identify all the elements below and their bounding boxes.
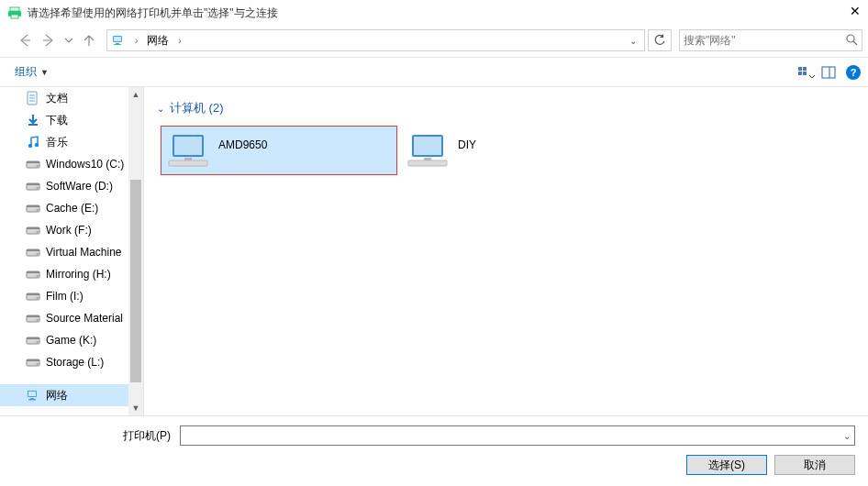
download-icon [26, 113, 40, 127]
chevron-down-icon: ⌄ [157, 104, 164, 114]
tree-item[interactable]: Cache (E:) [0, 197, 143, 219]
scroll-up-button[interactable]: ▲ [128, 87, 143, 102]
tree-item[interactable]: Storage (L:) [0, 351, 143, 373]
refresh-button[interactable] [648, 29, 672, 51]
drive-icon [26, 355, 40, 370]
svg-rect-14 [803, 72, 807, 75]
tree-item-label: 网络 [46, 388, 68, 403]
address-dropdown-button[interactable]: ⌄ [624, 36, 642, 46]
chevron-down-icon: ▼ [40, 68, 49, 77]
svg-line-10 [853, 41, 857, 45]
drive-icon [26, 179, 40, 193]
tree-item-label: SoftWare (D:) [46, 180, 113, 193]
tree-item[interactable]: Work (F:) [0, 219, 143, 241]
svg-rect-11 [798, 67, 802, 71]
preview-pane-button[interactable] [817, 61, 840, 83]
recent-locations-button[interactable] [62, 30, 75, 50]
tree-item-label: Storage (L:) [46, 356, 104, 369]
group-header-computers[interactable]: ⌄ 计算机 (2) [153, 96, 859, 126]
chevron-right-icon[interactable]: › [129, 36, 143, 46]
tree-item[interactable]: 音乐 [0, 131, 143, 153]
breadcrumb-network[interactable]: 网络 [143, 33, 172, 49]
music-icon [26, 135, 40, 149]
tree-item-label: 音乐 [46, 135, 68, 150]
svg-point-9 [847, 35, 854, 42]
svg-rect-15 [822, 67, 835, 78]
tree-item[interactable]: Game (K:) [0, 329, 143, 351]
printer-icon [7, 6, 22, 20]
svg-rect-13 [798, 72, 802, 75]
back-button[interactable] [15, 30, 35, 50]
svg-rect-12 [803, 67, 807, 71]
svg-rect-6 [114, 37, 121, 41]
tree-item[interactable]: 网络 [0, 384, 143, 406]
search-icon [845, 33, 858, 49]
tree-item-label: Film (I:) [46, 290, 83, 303]
printer-combobox[interactable]: ⌄ [180, 425, 855, 446]
tree-item-label: Source Material [46, 312, 123, 325]
tree-item-label: Work (F:) [46, 224, 92, 237]
tree-item[interactable]: Source Material [0, 307, 143, 329]
drive-icon [26, 333, 40, 348]
computer-name: DIY [458, 138, 476, 162]
cancel-button[interactable]: 取消 [774, 455, 855, 475]
drive-icon [26, 311, 40, 326]
content-pane: ⌄ 计算机 (2) AMD9650DIY [144, 87, 868, 415]
computer-name: AMD9650 [218, 138, 267, 162]
computer-icon [169, 132, 207, 169]
svg-rect-7 [116, 43, 119, 44]
forward-button[interactable] [39, 30, 59, 50]
tree-item-label: Cache (E:) [46, 202, 98, 215]
computer-item[interactable]: DIY [401, 126, 638, 175]
tree-item-label: 下载 [46, 113, 68, 128]
drive-icon [26, 289, 40, 304]
tree-item[interactable]: Windows10 (C:) [0, 153, 143, 175]
command-bar: 组织 ▼ ? [0, 58, 868, 87]
tree-item-label: Game (K:) [46, 334, 96, 347]
tree-item-label: Mirroring (H:) [46, 268, 111, 281]
computer-item[interactable]: AMD9650 [161, 126, 397, 175]
tree-item[interactable]: Mirroring (H:) [0, 263, 143, 285]
body-split: 文档下载音乐Windows10 (C:)SoftWare (D:)Cache (… [0, 87, 868, 416]
help-button[interactable]: ? [846, 65, 861, 80]
tree-item[interactable]: 下载 [0, 109, 143, 131]
view-options-button[interactable] [793, 61, 817, 83]
scroll-thumb[interactable] [130, 180, 141, 383]
title-bar: 请选择希望使用的网络打印机并单击"选择"与之连接 ✕ [0, 0, 868, 26]
navigation-bar: › 网络 › ⌄ 搜索"网络" [0, 26, 868, 57]
network-icon [109, 31, 128, 50]
organize-label: 组织 [15, 64, 37, 80]
close-button[interactable]: ✕ [833, 4, 861, 22]
search-placeholder: 搜索"网络" [684, 33, 845, 49]
bottom-panel: 打印机(P) ⌄ 选择(S) 取消 [0, 416, 868, 486]
group-label: 计算机 (2) [170, 100, 224, 116]
computer-icon [408, 132, 447, 169]
tree-item-label: Virtual Machine [46, 246, 122, 259]
tree-item-label: Windows10 (C:) [46, 158, 124, 171]
scroll-down-button[interactable]: ▼ [128, 401, 143, 415]
tree-item[interactable]: Film (I:) [0, 285, 143, 307]
chevron-right-icon[interactable]: › [172, 36, 186, 46]
sidebar-scrollbar[interactable]: ▲ ▼ [128, 87, 143, 415]
drive-icon [26, 157, 40, 171]
up-button[interactable] [79, 30, 99, 50]
svg-rect-2 [11, 15, 18, 18]
tree-item-label: 文档 [46, 91, 68, 106]
drive-icon [26, 245, 40, 260]
drive-icon [26, 267, 40, 282]
network-icon [26, 388, 40, 403]
tree-item[interactable]: 文档 [0, 87, 143, 109]
tree-item[interactable]: SoftWare (D:) [0, 175, 143, 197]
doc-icon [26, 91, 40, 105]
select-button[interactable]: 选择(S) [686, 455, 767, 475]
svg-rect-0 [10, 7, 19, 11]
chevron-down-icon: ⌄ [843, 431, 851, 441]
drive-icon [26, 223, 40, 237]
organize-menu-button[interactable]: 组织 ▼ [15, 64, 49, 80]
window-title: 请选择希望使用的网络打印机并单击"选择"与之连接 [28, 6, 833, 21]
navigation-tree: 文档下载音乐Windows10 (C:)SoftWare (D:)Cache (… [0, 87, 144, 415]
address-bar[interactable]: › 网络 › ⌄ [106, 29, 645, 51]
search-input[interactable]: 搜索"网络" [679, 29, 862, 51]
svg-rect-8 [114, 44, 121, 45]
tree-item[interactable]: Virtual Machine [0, 241, 143, 263]
